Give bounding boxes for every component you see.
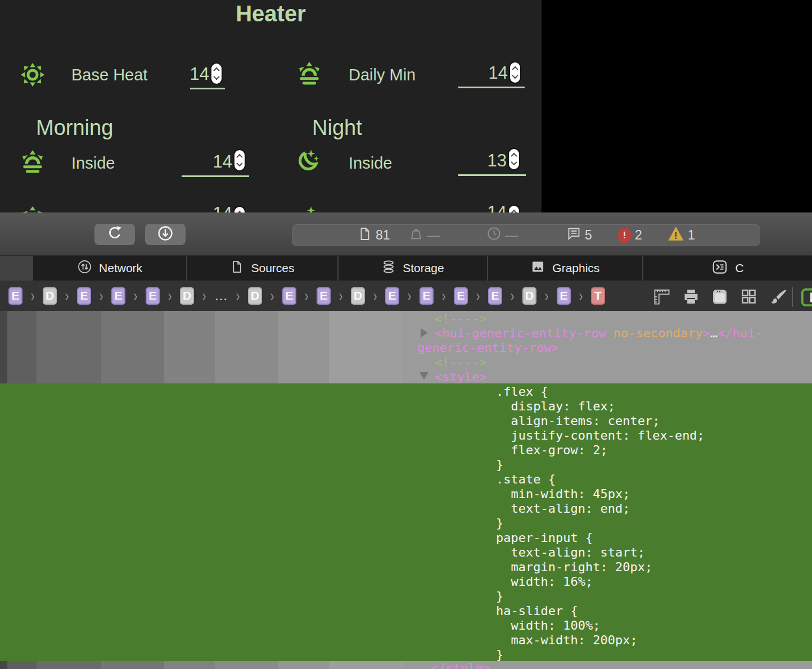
device-icon[interactable]	[711, 288, 729, 308]
status-pill[interactable]: 81 — — 5 ! 2 ! 1	[292, 224, 760, 246]
breadcrumb-item-e[interactable]: E	[419, 287, 434, 305]
partial-row-left-value[interactable]: 14	[192, 204, 232, 213]
reload-icon	[106, 224, 124, 245]
disclosure-open-icon[interactable]	[419, 372, 428, 379]
tab-graphics[interactable]: Graphics	[488, 256, 642, 281]
breadcrumb-item-e[interactable]: E	[111, 287, 125, 305]
sunset-icon	[296, 61, 322, 89]
tab-storage-label: Storage	[403, 261, 444, 275]
breadcrumb-item-d[interactable]: D	[180, 287, 194, 305]
breadcrumb-ellipsis[interactable]: …	[214, 292, 228, 299]
breadcrumb-item-e[interactable]: E	[488, 287, 502, 305]
tab-network-label: Network	[99, 261, 142, 275]
dom-entity-row-wrap[interactable]: generic-entity-row>	[417, 341, 559, 355]
resource-count: 81	[376, 228, 390, 243]
dom-style-close-tag[interactable]: </style>	[431, 661, 490, 669]
css-code-line: }	[496, 516, 705, 531]
dom-tree-panel-bottom[interactable]: </style>	[0, 661, 812, 669]
night-heading: Night	[312, 116, 362, 140]
moon-star-icon	[295, 205, 321, 213]
tab-console[interactable]: C	[643, 256, 812, 281]
daily-min-value[interactable]: 14	[467, 63, 508, 83]
time-value: —	[505, 228, 518, 243]
night-inside-value[interactable]: 13	[466, 151, 507, 171]
console-icon	[711, 259, 728, 278]
resource-count-stat[interactable]: 81	[358, 225, 390, 246]
css-code-line: }	[496, 458, 705, 472]
daily-min-stepper[interactable]	[509, 61, 521, 84]
reload-button[interactable]	[94, 224, 135, 245]
breadcrumb-item-d[interactable]: D	[248, 287, 262, 305]
breadcrumb-chevron-icon: ›	[545, 287, 549, 304]
breadcrumb-item-e[interactable]: E	[282, 287, 296, 305]
time-stat[interactable]: —	[486, 225, 518, 246]
error-count-stat[interactable]: ! 2	[617, 225, 642, 246]
disclosure-closed-icon[interactable]	[421, 328, 428, 337]
css-code-line: .state {	[496, 472, 705, 487]
download-button[interactable]	[145, 224, 186, 245]
css-code-line: min-width: 45px;	[496, 487, 705, 501]
breadcrumb-item-d[interactable]: D	[43, 287, 57, 305]
morning-inside-underline	[182, 175, 249, 177]
partial-row-right-stepper[interactable]	[508, 205, 520, 213]
breadcrumb-chevron-icon: ›	[408, 287, 412, 304]
base-heat-underline	[190, 88, 225, 89]
breadcrumb-chevron-icon: ›	[168, 287, 172, 304]
blank-page-region	[542, 0, 812, 213]
breadcrumb-item-d[interactable]: D	[522, 287, 536, 305]
css-code-line: }	[496, 648, 705, 661]
warning-count: 1	[688, 228, 695, 243]
breadcrumb-chevron-icon: ›	[100, 287, 103, 304]
breadcrumb-chevron-icon: ›	[476, 287, 480, 304]
morning-inside-stepper[interactable]	[233, 149, 246, 171]
paintbrush-icon[interactable]	[769, 288, 788, 309]
daily-min-underline	[458, 87, 525, 88]
style-text-selection[interactable]: .flex { display: flex; align-items: cent…	[0, 383, 812, 661]
morning-inside-value[interactable]: 14	[192, 152, 232, 172]
night-inside-stepper[interactable]	[508, 148, 520, 170]
dom-style-open-tag[interactable]: <style>	[435, 370, 487, 383]
morning-heading: Morning	[36, 116, 113, 140]
tab-console-label: C	[735, 261, 743, 275]
log-count-stat[interactable]: 5	[566, 225, 592, 246]
breadcrumb-chevron-icon: ›	[202, 287, 206, 304]
breadcrumb-item-e[interactable]: E	[146, 287, 160, 305]
printer-icon[interactable]	[682, 288, 700, 308]
warning-count-stat[interactable]: ! 1	[667, 225, 695, 246]
night-inside-label: Inside	[349, 154, 392, 173]
css-code-line: }	[496, 589, 705, 604]
tab-sources[interactable]: Sources	[187, 256, 337, 281]
breadcrumb-item-e[interactable]: E	[77, 287, 91, 305]
breadcrumb-item-e[interactable]: E	[317, 287, 331, 305]
breadcrumb-item-t[interactable]: T	[591, 287, 605, 305]
breadcrumb-chevron-icon: ›	[270, 287, 274, 304]
size-stat[interactable]: —	[409, 225, 440, 246]
svg-text:!: !	[674, 231, 677, 241]
dom-entity-row-line[interactable]: <hui-generic-entity-row no-secondary>…</…	[435, 326, 763, 341]
sunset-icon	[20, 150, 46, 178]
element-inspect-icon[interactable]	[801, 288, 812, 309]
partial-row-right-value[interactable]: 14	[466, 202, 507, 213]
breadcrumb-item-d[interactable]: D	[351, 287, 365, 305]
download-circle-icon	[156, 224, 174, 245]
dom-comment: <!---->	[435, 311, 487, 326]
css-code-line: ha-slider {	[496, 604, 705, 618]
network-icon	[77, 259, 92, 277]
storage-icon	[381, 259, 396, 277]
tab-network[interactable]: Network	[33, 256, 186, 281]
base-heat-stepper[interactable]	[210, 62, 223, 85]
breadcrumb-item-e[interactable]: E	[557, 287, 571, 305]
grid-layout-icon[interactable]	[740, 288, 757, 308]
breadcrumb-item-e[interactable]: E	[8, 287, 22, 305]
tab-storage[interactable]: Storage	[339, 256, 487, 281]
ruler-icon[interactable]	[653, 288, 671, 308]
breadcrumb-item-e[interactable]: E	[454, 287, 468, 305]
dom-tree-panel[interactable]: <!----> <hui-generic-entity-row no-secon…	[0, 311, 812, 383]
partial-row-left-stepper[interactable]	[233, 206, 246, 213]
base-heat-value[interactable]: 14	[169, 64, 209, 84]
breadcrumb-chevron-icon: ›	[511, 287, 515, 304]
log-count: 5	[585, 228, 592, 243]
brightness-icon	[20, 62, 45, 89]
breadcrumb-chevron-icon: ›	[0, 287, 1, 304]
breadcrumb-item-e[interactable]: E	[385, 287, 399, 305]
